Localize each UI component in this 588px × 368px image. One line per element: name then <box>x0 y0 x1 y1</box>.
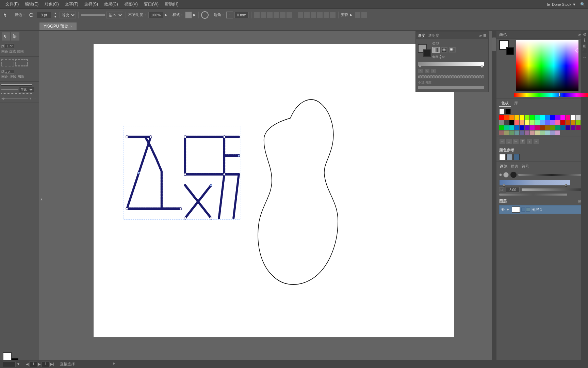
float-tab-2[interactable]: 透明度 <box>428 33 439 38</box>
tool-direct-select[interactable] <box>11 32 20 41</box>
style-swatch[interactable] <box>185 12 192 18</box>
palette-swatch-48[interactable] <box>499 131 504 135</box>
color-panel-expand[interactable]: ≫ <box>578 33 581 36</box>
palette-swatch-20[interactable] <box>520 120 524 125</box>
palette-swatch-43[interactable] <box>555 125 560 130</box>
align-icon-3[interactable]: ⊢ <box>513 138 519 144</box>
palette-swatch-0[interactable] <box>499 115 504 120</box>
palette-swatch-2[interactable] <box>509 115 514 120</box>
tool-select[interactable] <box>1 32 10 41</box>
tab-close-btn[interactable]: × <box>70 25 72 28</box>
align-icon-5[interactable]: ↕ <box>526 138 533 144</box>
palette-swatch-1[interactable] <box>504 115 509 120</box>
layer-expand-btn[interactable] <box>506 208 510 212</box>
layer-eye-icon[interactable]: 👁 <box>501 207 505 212</box>
palette-swatch-45[interactable] <box>566 125 570 130</box>
radial-type-btn[interactable] <box>440 47 448 53</box>
color-spectrum-area[interactable] <box>516 40 578 91</box>
v-scroll-thumb[interactable] <box>492 37 496 51</box>
palette-swatch-22[interactable] <box>530 120 535 125</box>
palette-swatch-10[interactable] <box>550 115 555 120</box>
palette-swatch-23[interactable] <box>535 120 540 125</box>
menu-type[interactable]: 文字(T) <box>62 1 81 8</box>
linear-type-btn[interactable] <box>432 47 440 53</box>
search-icon[interactable]: 🔍 <box>580 2 585 7</box>
stroke-type-select[interactable]: 等比 其他 <box>60 12 76 18</box>
color-ref-2[interactable] <box>513 154 520 160</box>
brush-stop-1[interactable] <box>503 184 505 187</box>
menu-window[interactable]: 窗口(W) <box>141 1 161 8</box>
angle-dial[interactable] <box>442 56 444 58</box>
stroke-value-input[interactable] <box>37 12 51 18</box>
gradient-stop-right[interactable] <box>481 65 483 68</box>
align-btn-2[interactable] <box>260 12 266 18</box>
transform-arrow[interactable]: ▶ <box>350 13 353 17</box>
distribute-btn-6[interactable] <box>330 12 336 18</box>
align-icon-6[interactable]: ↔ <box>533 138 539 144</box>
distribute-btn-3[interactable] <box>310 12 316 18</box>
palette-swatch-18[interactable] <box>509 120 514 125</box>
palette-swatch-15[interactable] <box>576 115 581 120</box>
palette-swatch-17[interactable] <box>504 120 509 125</box>
gradient-opacity-bar[interactable] <box>418 75 484 79</box>
palette-swatch-25[interactable] <box>545 120 550 125</box>
align-btn-4[interactable] <box>273 12 279 18</box>
palette-swatch-14[interactable] <box>571 115 575 120</box>
pt-input2[interactable] <box>5 69 14 74</box>
distribute-btn-5[interactable] <box>323 12 329 18</box>
stroke-比-select[interactable]: 等比 <box>19 87 34 92</box>
palette-swatch-26[interactable] <box>550 120 555 125</box>
align-icon-2[interactable]: ⊥ <box>506 138 512 144</box>
palette-swatch-59[interactable] <box>555 131 560 135</box>
distribute-btn-4[interactable] <box>317 12 323 18</box>
freeform-type-btn[interactable] <box>448 47 456 53</box>
corner-value-input[interactable] <box>234 12 249 18</box>
palette-swatch-57[interactable] <box>545 131 550 135</box>
palette-swatch-4[interactable] <box>520 115 524 120</box>
hue-bar[interactable] <box>514 93 588 97</box>
palette-swatch-3[interactable] <box>514 115 519 120</box>
palette-swatch-49[interactable] <box>504 131 509 135</box>
palette-swatch-9[interactable] <box>545 115 550 120</box>
palette-swatch-29[interactable] <box>566 120 570 125</box>
palette-swatch-42[interactable] <box>550 125 555 130</box>
palette-swatch-12[interactable] <box>560 115 565 120</box>
brush-size-input[interactable]: 3.00 <box>506 187 520 193</box>
float-panel-header[interactable]: 渐变 透明度 ≫ ☰ <box>416 32 488 39</box>
menu-file[interactable]: 文件(F) <box>3 1 21 8</box>
menu-effect[interactable]: 效果(C) <box>101 1 121 8</box>
distribute-btn-2[interactable] <box>304 12 310 18</box>
align-btn-5[interactable] <box>280 12 286 18</box>
palette-swatch-19[interactable] <box>514 120 519 125</box>
palette-swatch-54[interactable] <box>530 131 535 135</box>
brush-stop-2[interactable] <box>565 184 567 187</box>
brush-color-bar[interactable] <box>499 180 571 186</box>
menu-edit[interactable]: 编辑(E) <box>22 1 41 8</box>
palette-tab-2[interactable]: 库 <box>512 100 520 107</box>
palette-swatch-35[interactable] <box>514 125 519 130</box>
palette-swatch-30[interactable] <box>571 120 575 125</box>
palette-swatch-24[interactable] <box>540 120 545 125</box>
snap-pt-input[interactable] <box>5 44 14 48</box>
palette-swatch-39[interactable] <box>535 125 540 130</box>
palette-swatch-40[interactable] <box>540 125 545 130</box>
palette-swatch-55[interactable] <box>535 131 540 135</box>
palette-swatch-27[interactable] <box>555 120 560 125</box>
palette-tab-active[interactable]: 色板 <box>499 100 511 107</box>
color-ref-white[interactable] <box>499 154 505 160</box>
page-next[interactable]: ▶ <box>38 362 41 366</box>
symbol-tab[interactable]: 符号 <box>521 163 530 170</box>
canvas-scroll-right[interactable] <box>112 362 116 366</box>
style-arrow[interactable]: ▶ <box>193 13 196 17</box>
gradient-edit-bar[interactable] <box>418 62 484 66</box>
palette-swatch-46[interactable] <box>571 125 575 130</box>
palette-swatch-56[interactable] <box>540 131 545 135</box>
palette-swatch-32[interactable] <box>499 125 504 130</box>
palette-swatch-51[interactable] <box>514 131 519 135</box>
stroke-line-display[interactable] <box>81 14 105 16</box>
distribute-btn-1[interactable] <box>297 12 304 18</box>
grad-ctrl-3[interactable]: ⊹ <box>431 68 436 73</box>
swap-icon[interactable]: ⇌ <box>17 351 20 354</box>
palette-swatch-31[interactable] <box>576 120 581 125</box>
strip-icon-4[interactable]: ⬛ <box>582 49 587 54</box>
